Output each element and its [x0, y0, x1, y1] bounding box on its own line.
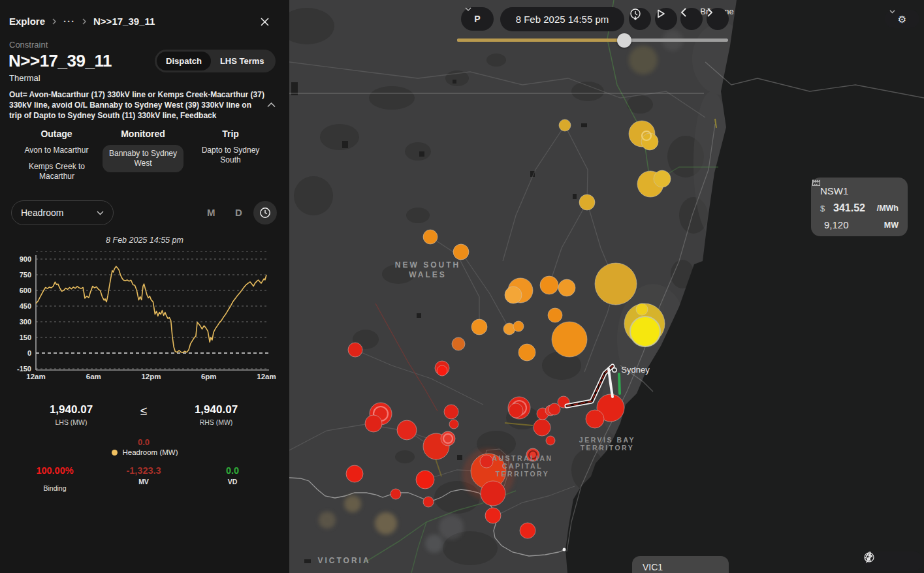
region-card-vic1[interactable]: VIC1: [632, 556, 729, 573]
locate-icon[interactable]: [863, 551, 875, 563]
view-toggle: Dispatch LHS Terms: [155, 50, 276, 72]
price-bubble[interactable]: [641, 133, 658, 150]
price-bubble[interactable]: [552, 322, 587, 357]
price-bubble[interactable]: [558, 279, 575, 296]
time-slider-thumb[interactable]: [617, 33, 631, 48]
price-bubble[interactable]: [346, 465, 363, 482]
price-bubble[interactable]: [365, 415, 382, 432]
map-canvas[interactable]: BrisbaneNEW SOUTHWALESSydneyJERVIS BAYTE…: [289, 0, 924, 573]
time-slider-track[interactable]: [457, 39, 728, 42]
step-forward-button[interactable]: [707, 8, 729, 30]
svg-text:12pm: 12pm: [141, 373, 161, 380]
price-bubble[interactable]: [513, 321, 524, 332]
outage-item: Avon to Macarthur: [9, 146, 104, 155]
svg-text:6am: 6am: [86, 373, 101, 380]
price-bubble[interactable]: [452, 337, 465, 350]
constraint-kicker: Constraint: [9, 40, 48, 50]
period-mode-button[interactable]: P: [461, 7, 494, 31]
svg-text:900: 900: [20, 255, 31, 263]
binding-stat: 100.00% Binding: [16, 465, 94, 492]
price-bubble[interactable]: [471, 319, 487, 335]
clock-history-icon: [629, 8, 642, 21]
price-bubble[interactable]: [449, 420, 458, 429]
mv-stat: -1,323.3 MV: [104, 465, 183, 486]
breadcrumb: Explore ··· N>>17_39_11: [9, 16, 155, 27]
close-icon[interactable]: [260, 17, 270, 27]
operator-lte: ≤: [133, 404, 154, 418]
step-back-button[interactable]: [680, 8, 703, 30]
tab-dispatch[interactable]: Dispatch: [157, 52, 211, 70]
metric-select[interactable]: Headroom: [11, 200, 114, 225]
headroom-current-value: 0.0: [98, 437, 189, 447]
price-bubble[interactable]: [480, 455, 493, 468]
dollar-icon: $: [820, 204, 831, 213]
price-bubble[interactable]: [559, 119, 571, 131]
outage-item: Kemps Creek to Macarthur: [21, 162, 93, 181]
price-bubble[interactable]: [485, 508, 501, 523]
price-bubble[interactable]: [444, 405, 458, 419]
svg-text:150: 150: [20, 333, 31, 341]
datetime-button[interactable]: 8 Feb 2025 14:55 pm: [500, 7, 624, 31]
chevron-right-icon: [82, 18, 87, 25]
price-bubble[interactable]: [509, 403, 523, 418]
range-intraday-button[interactable]: [253, 201, 277, 225]
price-bubble[interactable]: [540, 276, 558, 294]
region-card-nsw1[interactable]: NSW1 $ 341.52 /MWh 9,120 MW: [811, 178, 908, 236]
range-day-button[interactable]: D: [235, 207, 242, 218]
price-bubble[interactable]: [423, 230, 438, 244]
breadcrumb-explore[interactable]: Explore: [9, 16, 45, 27]
price-bubble[interactable]: [595, 263, 637, 305]
play-button[interactable]: [655, 8, 677, 30]
price-bubble[interactable]: [534, 419, 550, 436]
price-bubble[interactable]: [579, 194, 595, 210]
region-name: VIC1: [643, 562, 718, 572]
vd-value: 0.0: [193, 465, 272, 476]
price-bubble[interactable]: [437, 365, 447, 376]
price-bubble[interactable]: [520, 523, 535, 538]
svg-text:12am: 12am: [257, 373, 276, 380]
price-bubble[interactable]: [481, 481, 505, 506]
app-root: BrisbaneNEW SOUTHWALESSydneyJERVIS BAYTE…: [0, 0, 924, 573]
price-bubble[interactable]: [390, 489, 401, 499]
price-bubble[interactable]: [423, 497, 434, 507]
price-bubble[interactable]: [505, 286, 522, 303]
monitored-item-selected[interactable]: Bannaby to Sydney West: [103, 145, 183, 172]
map-label-sydney: Sydney: [621, 365, 650, 375]
region-price: 341.52: [833, 202, 865, 214]
glow-bubble: [375, 512, 397, 534]
price-bubble[interactable]: [654, 170, 671, 187]
monitored-title: Monitored: [103, 129, 183, 139]
chevron-up-icon[interactable]: [267, 102, 276, 108]
svg-text:0: 0: [27, 349, 31, 357]
svg-text:600: 600: [20, 286, 31, 294]
map-dot-marker: [563, 548, 566, 551]
lhs-stat: 1,940.07 LHS (MW): [25, 403, 117, 426]
trip-item: Dapto to Sydney South: [198, 146, 263, 165]
price-bubble[interactable]: [416, 471, 434, 489]
price-bubble[interactable]: [518, 344, 535, 361]
price-bubble[interactable]: [348, 343, 362, 357]
chevron-right-icon: [707, 8, 713, 17]
time-history-button[interactable]: [629, 8, 651, 30]
mv-value: -1,323.3: [104, 465, 183, 476]
svg-text:750: 750: [20, 271, 31, 279]
sydney-city-marker: [613, 368, 616, 372]
chart-legend: Headroom (MW): [0, 448, 289, 456]
legend-label: Headroom (MW): [123, 448, 178, 456]
region-price-unit: /MWh: [877, 204, 899, 213]
mv-label: MV: [104, 478, 183, 486]
price-bubble[interactable]: [636, 303, 648, 315]
tab-lhs-terms[interactable]: LHS Terms: [211, 52, 274, 70]
map-settings-button[interactable]: ⚙: [885, 10, 919, 28]
price-bubble[interactable]: [546, 436, 555, 445]
range-month-button[interactable]: M: [207, 207, 215, 218]
vd-label: VD: [193, 478, 272, 486]
price-bubble[interactable]: [397, 420, 417, 440]
price-bubble[interactable]: [586, 410, 604, 428]
breadcrumb-ellipsis[interactable]: ···: [63, 16, 75, 27]
trip-column: Trip Dapto to Sydney South: [190, 129, 271, 165]
map-label-jervis-bay: JERVIS BAYTERRITORY: [579, 436, 635, 452]
price-bubble[interactable]: [548, 308, 562, 322]
svg-text:450: 450: [20, 302, 31, 310]
price-bubble[interactable]: [453, 244, 469, 260]
